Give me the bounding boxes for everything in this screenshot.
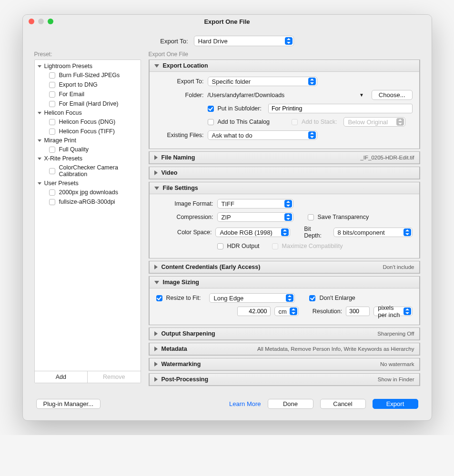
panel-header[interactable]: File Naming _IF_0205-HDR-Edit.tif: [150, 152, 419, 164]
caret-down-icon[interactable]: ▼: [359, 92, 364, 98]
hdr-output-checkbox[interactable]: [217, 243, 223, 249]
panel-watermarking: Watermarking No watermark: [149, 358, 420, 371]
chevron-updown-icon: [285, 37, 293, 45]
resize-to-fit-select[interactable]: Long Edge: [209, 293, 295, 303]
panel-summary: All Metadata, Remove Person Info, Write …: [257, 346, 414, 352]
chevron-updown-icon: [308, 131, 316, 139]
bit-depth-select[interactable]: 8 bits/component: [333, 228, 413, 237]
panel-header[interactable]: Image Sizing: [150, 277, 419, 288]
dimension-input[interactable]: [237, 307, 271, 316]
preset-item[interactable]: Export to DNG: [35, 80, 141, 89]
plugin-manager-button[interactable]: Plug-in Manager...: [36, 399, 101, 409]
titlebar: Export One File: [23, 15, 432, 28]
preset-item[interactable]: Burn Full-Sized JPEGs: [35, 70, 141, 80]
panel-file-naming: File Naming _IF_0205-HDR-Edit.tif: [149, 151, 420, 164]
panel-title: Watermarking: [161, 361, 201, 367]
preset-item[interactable]: fullsize-aRGB-300dpi: [35, 197, 141, 207]
checkbox-icon[interactable]: [49, 129, 55, 135]
export-to-row: Export To: Hard Drive: [23, 28, 432, 51]
preset-sidebar: Lightroom Presets Burn Full-Sized JPEGs …: [34, 60, 141, 383]
export-button[interactable]: Export: [373, 399, 418, 409]
chevron-updown-icon: [286, 294, 293, 302]
checkbox-icon[interactable]: [49, 147, 55, 153]
checkbox-icon[interactable]: [49, 82, 55, 88]
color-space-select[interactable]: Adobe RGB (1998): [215, 228, 290, 237]
checkbox-icon[interactable]: [49, 91, 55, 98]
checkbox-icon[interactable]: [49, 119, 55, 125]
preset-item[interactable]: Helicon Focus (TIFF): [35, 127, 141, 136]
folder-label: Folder:: [156, 92, 204, 99]
resolution-unit-select[interactable]: pixels per inch: [373, 307, 412, 316]
panel-output-sharpening: Output Sharpening Sharpening Off: [149, 327, 420, 340]
panel-image-sizing: Image Sizing Resize to Fit: Long Edge Do…: [149, 276, 420, 325]
panel-summary: Sharpening Off: [377, 331, 414, 337]
save-transparency-label: Save Transparency: [318, 214, 369, 220]
panel-metadata: Metadata All Metadata, Remove Person Inf…: [149, 343, 420, 356]
preset-label: Preset:: [34, 51, 149, 58]
panel-content-credentials: Content Credentials (Early Access) Don't…: [149, 261, 420, 274]
checkbox-icon[interactable]: [49, 72, 55, 79]
existing-files-label: Existing Files:: [156, 132, 204, 139]
preset-label: Full Quality: [59, 146, 89, 153]
existing-files-select[interactable]: Ask what to do: [208, 130, 317, 140]
panel-summary: _IF_0205-HDR-Edit.tif: [360, 155, 414, 160]
preset-label: Burn Full-Sized JPEGs: [59, 72, 120, 79]
put-in-subfolder-checkbox[interactable]: [208, 106, 214, 112]
add-preset-button[interactable]: Add: [35, 371, 88, 383]
panel-header[interactable]: Content Credentials (Early Access) Don't…: [150, 261, 419, 273]
cancel-button[interactable]: Cancel: [320, 399, 366, 409]
panel-header[interactable]: Output Sharpening Sharpening Off: [150, 328, 419, 340]
panel-header[interactable]: Video: [150, 167, 419, 179]
checkbox-icon[interactable]: [49, 168, 55, 174]
chevron-down-icon: [38, 112, 41, 114]
group-helicon-focus[interactable]: Helicon Focus: [35, 109, 141, 117]
select-value: Specific folder: [212, 78, 251, 85]
group-xrite-presets[interactable]: X-Rite Presets: [35, 154, 141, 163]
chevron-updown-icon: [290, 307, 297, 315]
resolution-input[interactable]: [346, 307, 370, 316]
compression-select[interactable]: ZIP: [217, 212, 293, 222]
preset-item[interactable]: Helicon Focus (DNG): [35, 117, 141, 127]
group-lightroom-presets[interactable]: Lightroom Presets: [35, 62, 141, 70]
checkbox-icon[interactable]: [49, 199, 55, 205]
dont-enlarge-checkbox[interactable]: [309, 295, 315, 301]
learn-more-link[interactable]: Learn More: [229, 400, 261, 407]
add-to-catalog-checkbox[interactable]: [208, 119, 214, 125]
subfolder-input[interactable]: [268, 104, 413, 113]
chevron-updown-icon: [284, 213, 292, 221]
export-to-folder-select[interactable]: Specific folder: [208, 77, 317, 86]
panel-title: Image Sizing: [163, 279, 199, 286]
panel-title: File Naming: [161, 154, 195, 161]
group-mirage-print[interactable]: Mirage Print: [35, 136, 141, 145]
chevron-down-icon: [38, 158, 41, 160]
preset-item[interactable]: 2000px jpg downloads: [35, 188, 141, 197]
group-label: Lightroom Presets: [44, 63, 92, 69]
preset-label: Helicon Focus (DNG): [59, 119, 116, 125]
preset-item[interactable]: For Email (Hard Drive): [35, 99, 141, 109]
checkbox-icon[interactable]: [49, 101, 55, 107]
group-user-presets[interactable]: User Presets: [35, 179, 141, 188]
preset-item[interactable]: Full Quality: [35, 145, 141, 154]
image-format-label: Image Format:: [156, 200, 213, 207]
panel-header[interactable]: Export Location: [150, 60, 419, 72]
chevron-right-icon: [154, 265, 158, 269]
choose-folder-button[interactable]: Choose...: [372, 90, 413, 100]
image-format-select[interactable]: TIFF: [217, 199, 293, 208]
preset-item[interactable]: For Email: [35, 89, 141, 99]
preset-item[interactable]: ColorChecker Camera Calibration: [35, 163, 141, 179]
save-transparency-checkbox[interactable]: [308, 214, 314, 220]
panel-header[interactable]: Post-Processing Show in Finder: [150, 374, 419, 386]
dimension-unit-select[interactable]: cm: [274, 307, 299, 316]
checkbox-icon[interactable]: [49, 189, 55, 196]
panel-header[interactable]: Metadata All Metadata, Remove Person Inf…: [150, 343, 419, 355]
done-button[interactable]: Done: [268, 399, 313, 409]
panel-header[interactable]: File Settings: [150, 182, 419, 194]
panels-subtitle: Export One File: [149, 51, 420, 58]
color-space-label: Color Space:: [156, 229, 212, 236]
panel-header[interactable]: Watermarking No watermark: [150, 358, 419, 370]
maximize-compat-checkbox: [272, 243, 278, 249]
preset-label: ColorChecker Camera Calibration: [59, 164, 138, 178]
preset-label: 2000px jpg downloads: [59, 189, 118, 196]
export-to-select[interactable]: Hard Drive: [194, 36, 294, 46]
resize-to-fit-checkbox[interactable]: [156, 295, 162, 301]
